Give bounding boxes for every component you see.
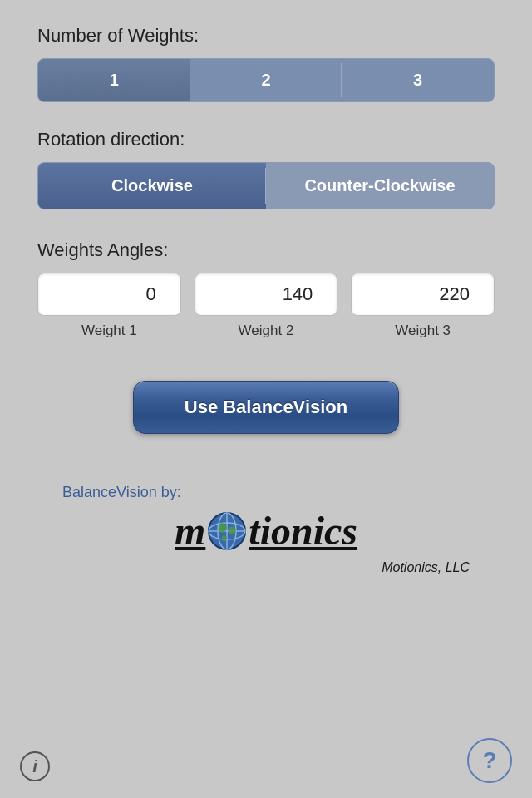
weight-2-input[interactable] bbox=[195, 273, 338, 316]
help-icon-button[interactable]: ? bbox=[467, 738, 512, 783]
brand-text-tionics: tionics bbox=[249, 508, 357, 554]
weight-1-input[interactable] bbox=[37, 273, 181, 316]
rotation-direction-control: Clockwise Counter-Clockwise bbox=[37, 162, 495, 209]
rotation-direction-section: Rotation direction: Clockwise Counter-Cl… bbox=[37, 129, 495, 209]
weight-count-2-button[interactable]: 2 bbox=[190, 59, 342, 101]
weight-3-input[interactable] bbox=[351, 273, 495, 316]
number-of-weights-section: Number of Weights: 1 2 3 bbox=[37, 25, 495, 102]
weight-2-label: Weight 2 bbox=[239, 323, 294, 339]
weights-angles-section: Weights Angles: Weight 1 Weight 2 Weight… bbox=[37, 239, 495, 339]
use-balancevision-button[interactable]: Use BalanceVision bbox=[133, 381, 399, 434]
weight-3-item: Weight 3 bbox=[351, 273, 495, 339]
weight-2-item: Weight 2 bbox=[195, 273, 338, 339]
counter-clockwise-button[interactable]: Counter-Clockwise bbox=[266, 163, 494, 209]
brand-globe-icon bbox=[207, 511, 247, 551]
footer-by-label: BalanceVision by: bbox=[62, 484, 181, 501]
footer-section: BalanceVision by: m tionics Motionics, L… bbox=[37, 484, 495, 575]
brand-text-m: m bbox=[175, 508, 205, 554]
weight-1-label: Weight 1 bbox=[81, 323, 137, 339]
number-of-weights-control: 1 2 3 bbox=[37, 58, 495, 102]
rotation-direction-label: Rotation direction: bbox=[37, 129, 495, 150]
weight-count-3-button[interactable]: 3 bbox=[342, 59, 494, 101]
number-of-weights-label: Number of Weights: bbox=[37, 25, 495, 47]
brand-logo: m tionics bbox=[175, 508, 357, 554]
weights-angles-label: Weights Angles: bbox=[37, 239, 495, 261]
weight-1-item: Weight 1 bbox=[37, 273, 181, 339]
info-icon-button[interactable]: i bbox=[20, 751, 50, 781]
clockwise-button[interactable]: Clockwise bbox=[38, 163, 266, 209]
help-icon-label: ? bbox=[482, 747, 496, 774]
info-icon-label: i bbox=[32, 757, 37, 776]
weight-3-label: Weight 3 bbox=[395, 323, 451, 339]
use-button-container: Use BalanceVision bbox=[37, 381, 495, 434]
weight-inputs-container: Weight 1 Weight 2 Weight 3 bbox=[37, 273, 495, 339]
weight-count-1-button[interactable]: 1 bbox=[38, 59, 190, 101]
brand-sub-label: Motionics, LLC bbox=[37, 560, 495, 575]
